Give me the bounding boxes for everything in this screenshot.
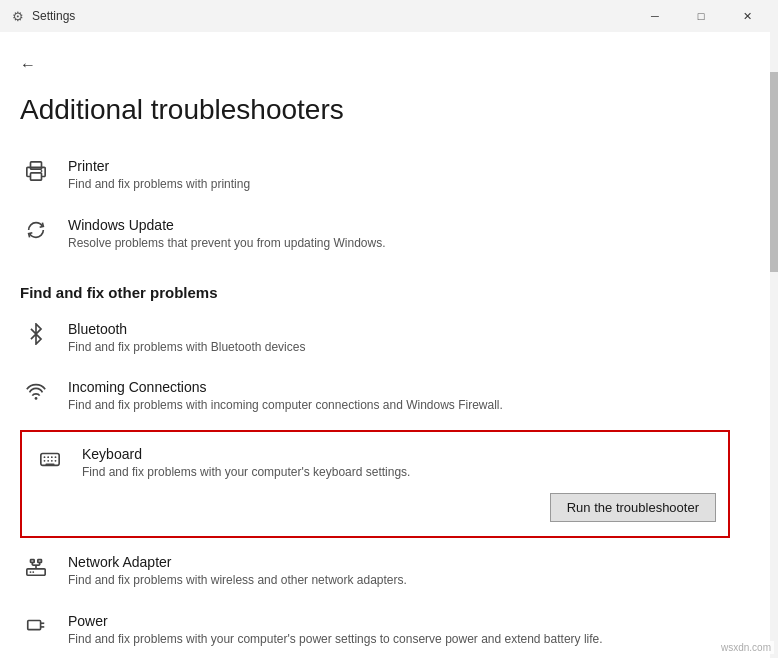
titlebar-title: Settings	[32, 9, 75, 23]
network-adapter-title: Network Adapter	[68, 554, 730, 570]
keyboard-desc: Find and fix problems with your computer…	[82, 464, 716, 481]
keyboard-text: Keyboard Find and fix problems with your…	[82, 446, 716, 481]
keyboard-icon	[34, 446, 66, 470]
main-content: ← Additional troubleshooters Printer Fin…	[0, 32, 770, 658]
section-heading: Find and fix other problems	[20, 284, 730, 301]
maximize-button[interactable]: □	[678, 0, 724, 32]
svg-point-3	[35, 397, 38, 400]
incoming-connections-text: Incoming Connections Find and fix proble…	[68, 379, 730, 414]
printer-icon	[20, 158, 52, 182]
scrollbar-track[interactable]	[770, 32, 778, 658]
run-troubleshooter-button[interactable]: Run the troubleshooter	[550, 493, 716, 522]
list-item[interactable]: Network Adapter Find and fix problems wi…	[20, 542, 730, 601]
close-button[interactable]: ✕	[724, 0, 770, 32]
titlebar: ⚙ Settings ─ □ ✕	[0, 0, 778, 32]
svg-rect-23	[28, 620, 41, 629]
scrollbar-thumb[interactable]	[770, 72, 778, 272]
printer-desc: Find and fix problems with printing	[68, 176, 730, 193]
keyboard-title: Keyboard	[82, 446, 716, 462]
content-area: ← Additional troubleshooters Printer Fin…	[0, 32, 778, 658]
bluetooth-icon	[20, 321, 52, 345]
watermark: wsxdn.com	[718, 641, 774, 654]
incoming-connections-icon	[20, 379, 52, 403]
printer-text: Printer Find and fix problems with print…	[68, 158, 730, 193]
printer-title: Printer	[68, 158, 730, 174]
power-title: Power	[68, 613, 730, 629]
page-title: Additional troubleshooters	[20, 94, 730, 126]
incoming-connections-desc: Find and fix problems with incoming comp…	[68, 397, 730, 414]
bluetooth-title: Bluetooth	[68, 321, 730, 337]
power-desc: Find and fix problems with your computer…	[68, 631, 730, 648]
bluetooth-desc: Find and fix problems with Bluetooth dev…	[68, 339, 730, 356]
keyboard-expanded-item: Keyboard Find and fix problems with your…	[20, 430, 730, 538]
nav-bar: ←	[20, 52, 730, 78]
network-adapter-text: Network Adapter Find and fix problems wi…	[68, 554, 730, 589]
windows-update-desc: Resolve problems that prevent you from u…	[68, 235, 730, 252]
svg-rect-22	[38, 560, 42, 563]
titlebar-left: ⚙ Settings	[12, 9, 75, 24]
list-item[interactable]: Bluetooth Find and fix problems with Blu…	[20, 309, 730, 368]
network-adapter-icon	[20, 554, 52, 578]
back-button[interactable]: ←	[20, 52, 44, 78]
settings-icon: ⚙	[12, 9, 24, 24]
update-icon	[20, 217, 52, 241]
incoming-connections-title: Incoming Connections	[68, 379, 730, 395]
svg-point-2	[41, 170, 43, 172]
windows-update-text: Windows Update Resolve problems that pre…	[68, 217, 730, 252]
windows-update-title: Windows Update	[68, 217, 730, 233]
titlebar-controls: ─ □ ✕	[632, 0, 770, 32]
list-item[interactable]: Printer Find and fix problems with print…	[20, 146, 730, 205]
bluetooth-text: Bluetooth Find and fix problems with Blu…	[68, 321, 730, 356]
power-icon	[20, 613, 52, 637]
list-item[interactable]: Windows Update Resolve problems that pre…	[20, 205, 730, 264]
list-item[interactable]: Incoming Connections Find and fix proble…	[20, 367, 730, 426]
list-item[interactable]: Power Find and fix problems with your co…	[20, 601, 730, 658]
list-item[interactable]: Keyboard Find and fix problems with your…	[34, 442, 716, 489]
svg-rect-1	[31, 173, 42, 180]
power-text: Power Find and fix problems with your co…	[68, 613, 730, 648]
svg-rect-21	[31, 560, 35, 563]
network-adapter-desc: Find and fix problems with wireless and …	[68, 572, 730, 589]
minimize-button[interactable]: ─	[632, 0, 678, 32]
